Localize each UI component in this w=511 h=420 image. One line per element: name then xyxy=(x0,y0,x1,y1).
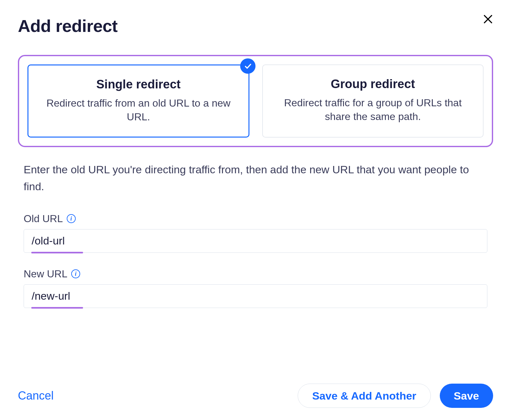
new-url-label: New URL xyxy=(24,268,67,280)
redirect-type-selector: Single redirect Redirect traffic from an… xyxy=(18,55,493,147)
old-url-label: Old URL xyxy=(24,213,63,225)
modal-title: Add redirect xyxy=(18,16,493,36)
selected-check-badge xyxy=(240,58,256,74)
close-icon xyxy=(483,14,493,25)
old-url-field: Old URL i xyxy=(24,213,487,253)
new-url-input[interactable] xyxy=(24,284,487,308)
save-and-add-another-button[interactable]: Save & Add Another xyxy=(298,384,431,408)
save-button[interactable]: Save xyxy=(440,384,493,408)
old-url-input[interactable] xyxy=(24,229,487,253)
single-redirect-card[interactable]: Single redirect Redirect traffic from an… xyxy=(27,64,249,138)
group-redirect-title: Group redirect xyxy=(276,77,470,91)
group-redirect-description: Redirect traffic for a group of URLs tha… xyxy=(276,96,470,124)
group-redirect-card[interactable]: Group redirect Redirect traffic for a gr… xyxy=(262,64,484,138)
info-icon[interactable]: i xyxy=(71,269,80,278)
new-url-field: New URL i xyxy=(24,268,487,308)
check-icon xyxy=(244,62,252,70)
single-redirect-description: Redirect traffic from an old URL to a ne… xyxy=(41,96,236,124)
info-icon[interactable]: i xyxy=(67,214,76,223)
modal-actions: Cancel Save & Add Another Save xyxy=(18,384,493,408)
highlight-underline xyxy=(31,252,83,253)
highlight-underline xyxy=(31,307,83,309)
add-redirect-modal: Add redirect Single redirect Redirect tr… xyxy=(0,0,511,420)
instructions-text: Enter the old URL you're directing traff… xyxy=(24,161,487,195)
single-redirect-title: Single redirect xyxy=(41,78,236,91)
cancel-button[interactable]: Cancel xyxy=(18,389,54,402)
close-button[interactable] xyxy=(480,11,496,27)
